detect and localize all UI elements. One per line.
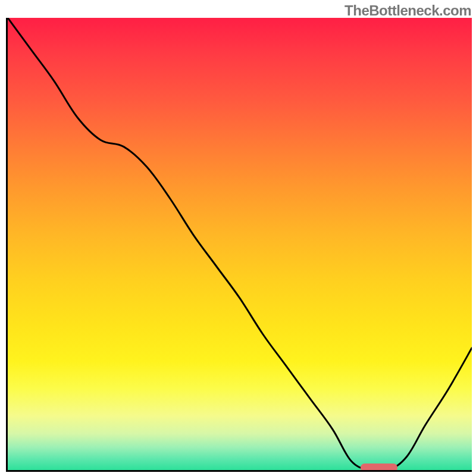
watermark-text: TheBottleneck.com	[345, 2, 471, 19]
plot-area	[6, 18, 472, 472]
chart-container: TheBottleneck.com	[0, 0, 476, 476]
bottleneck-curve	[8, 18, 472, 470]
optimal-range-marker	[361, 464, 397, 472]
